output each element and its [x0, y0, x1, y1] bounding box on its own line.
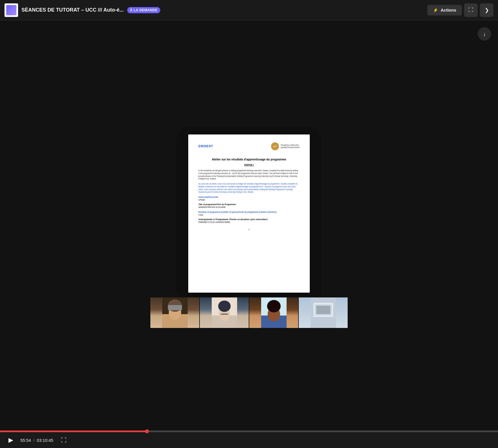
progress-dot [145, 429, 149, 433]
participant-face-1 [150, 297, 199, 328]
doc-body-fr: Au cours de cet atelier, nous nous exerc… [198, 182, 300, 193]
fullscreen-button[interactable]: ⛶ [61, 437, 67, 443]
actions-button[interactable]: ⚡ Actions [427, 5, 462, 16]
controls-bottom: ▶ 55:54 / 03:10:45 ⛶ [0, 432, 498, 448]
download-icon: ↓ [483, 31, 486, 37]
field-university-value: UPSAC [198, 199, 300, 201]
participant-face-4 [299, 297, 348, 328]
participants-row [150, 297, 348, 328]
participant-tile [150, 297, 200, 328]
participant-tile [200, 297, 249, 328]
ucc-subtitle: Fheabhsú Cáilíochta Quality Enhancement [281, 144, 300, 149]
svg-rect-9 [221, 314, 228, 315]
field-duration-label: Duration of programme (number of years) … [198, 211, 300, 214]
field-university-label: University/Université [198, 196, 300, 199]
doc-header: EMINENT UCC Fheabhsú Cáilíochta Quality … [198, 142, 300, 153]
actions-label: Actions [441, 8, 456, 12]
eminent-logo: EMINENT [198, 144, 213, 148]
time-separator: / [33, 438, 34, 443]
main-area: ↓ EMINENT UCC Fheabhsú Cáilíochta Qualit… [0, 20, 498, 448]
svg-rect-4 [168, 305, 182, 310]
play-icon: ▶ [8, 436, 13, 444]
header: SÈANCES DE TUTORAT – UCC /// Auto-é... À… [0, 0, 498, 20]
expand-icon: ⛶ [468, 7, 473, 13]
participant-face-2 [200, 297, 249, 328]
ucc-logo: UCC Fheabhsú Cáilíochta Quality Enhancem… [271, 142, 300, 150]
app-logo [5, 3, 18, 17]
svg-point-8 [218, 301, 231, 312]
participant-tile [298, 297, 348, 328]
doc-page-number: 4 [198, 228, 300, 231]
download-button[interactable]: ↓ [478, 27, 491, 41]
field-cycle-label: Undergraduate or Postgraduate: Premier o… [198, 218, 300, 221]
field-programme-label: Title of programme/Titre du Programme: [198, 203, 300, 206]
next-button[interactable]: ❯ [480, 3, 493, 17]
document-display: EMINENT UCC Fheabhsú Cáilíochta Quality … [188, 134, 310, 293]
ucc-text: UCC [273, 145, 277, 147]
progress-fill [0, 430, 147, 432]
field-programme-value: ADMINISTRATION SCOLAIRE [198, 206, 300, 209]
doc-body-en: In this workshop we will gain practice i… [198, 169, 300, 180]
time-display: 55:54 / 03:10:45 [20, 438, 53, 443]
total-time: 03:10:45 [37, 438, 53, 443]
ucc-emblem: UCC [271, 142, 279, 150]
video-title: SÈANCES DE TUTORAT – UCC /// Auto-é... [21, 7, 124, 13]
field-cycle-value: PREMIER CYCLE UNIVERSITAIRE [198, 221, 300, 224]
lightning-icon: ⚡ [433, 8, 438, 13]
svg-point-13 [267, 300, 281, 312]
participant-face-3 [249, 297, 298, 328]
expand-button[interactable]: ⛶ [464, 3, 478, 17]
controls-area: ▶ 55:54 / 03:10:45 ⛶ [0, 430, 498, 448]
svg-rect-17 [316, 306, 330, 314]
play-button[interactable]: ▶ [6, 435, 16, 445]
field-duration-value: 4 ans [198, 214, 300, 216]
doc-title: Atelier sur les résultats d'apprentissag… [198, 158, 300, 162]
participant-tile [249, 297, 298, 328]
video-content: EMINENT UCC Fheabhsú Cáilíochta Quality … [0, 20, 498, 448]
current-time: 55:54 [20, 438, 31, 443]
next-icon: ❯ [485, 7, 489, 13]
doc-section-title: PARTIE I [198, 163, 300, 166]
demand-badge: À LA DEMANDE [127, 7, 161, 13]
progress-bar[interactable] [0, 430, 498, 432]
header-actions: ⚡ Actions ⛶ ❯ [427, 3, 493, 17]
fullscreen-icon: ⛶ [61, 437, 67, 443]
